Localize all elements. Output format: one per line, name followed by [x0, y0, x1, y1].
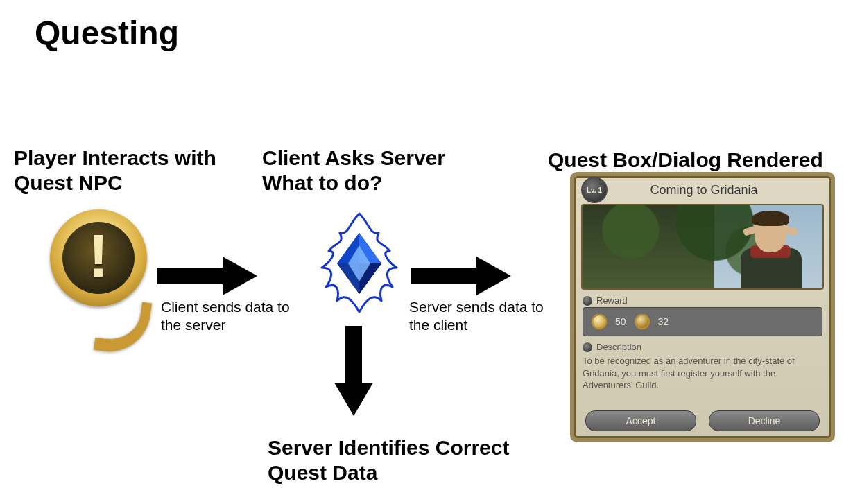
description-section-label: Description — [583, 342, 822, 352]
heading-quest-box: Quest Box/Dialog Rendered — [548, 148, 846, 173]
heading-client-asks: Client Asks Server What to do? — [262, 146, 484, 195]
svg-marker-7 — [411, 257, 511, 295]
description-label-text: Description — [596, 342, 641, 352]
quest-art — [581, 204, 824, 290]
accept-button[interactable]: Accept — [585, 410, 696, 431]
level-badge: Lv. 1 — [581, 177, 608, 203]
heading-player-interacts: Player Interacts with Quest NPC — [14, 146, 222, 195]
reward-value-1: 50 — [615, 316, 626, 327]
reward-section-label: Reward — [583, 295, 822, 306]
slide-title: Questing — [35, 14, 179, 52]
arrow-right-icon — [411, 255, 511, 297]
reward-row: 50 32 — [583, 307, 822, 336]
heading-server-identifies: Server Identifies Correct Quest Data — [268, 435, 517, 485]
reward-value-2: 32 — [658, 316, 669, 327]
svg-marker-8 — [334, 326, 373, 416]
exclamation-glyph: ! — [83, 220, 114, 291]
svg-marker-6 — [157, 257, 257, 295]
quest-dialog-titlebar: Lv. 1 Coming to Gridania — [574, 176, 831, 204]
caption-client-sends: Client sends data to the server — [161, 298, 300, 335]
quest-description: To be recognized as an adventurer in the… — [583, 355, 822, 392]
npc-portrait — [734, 209, 810, 290]
quest-dialog-title: Coming to Gridania — [614, 183, 793, 198]
crystal-flame-icon — [304, 208, 415, 319]
bullet-icon — [583, 296, 592, 306]
reward-label-text: Reward — [596, 295, 628, 306]
quest-exclamation-tail — [94, 296, 152, 357]
quest-dialog-buttons: Accept Decline — [574, 410, 831, 431]
coin-icon — [635, 314, 650, 329]
arrow-down-icon — [333, 326, 374, 416]
coin-icon — [592, 314, 607, 329]
arrow-right-icon — [157, 255, 257, 297]
caption-server-sends: Server sends data to the client — [409, 298, 548, 335]
bullet-icon — [583, 342, 592, 352]
slide-canvas: Questing Player Interacts with Quest NPC… — [0, 0, 853, 504]
quest-dialog-card: Lv. 1 Coming to Gridania Reward 50 — [570, 172, 835, 442]
decline-button[interactable]: Decline — [709, 410, 820, 431]
